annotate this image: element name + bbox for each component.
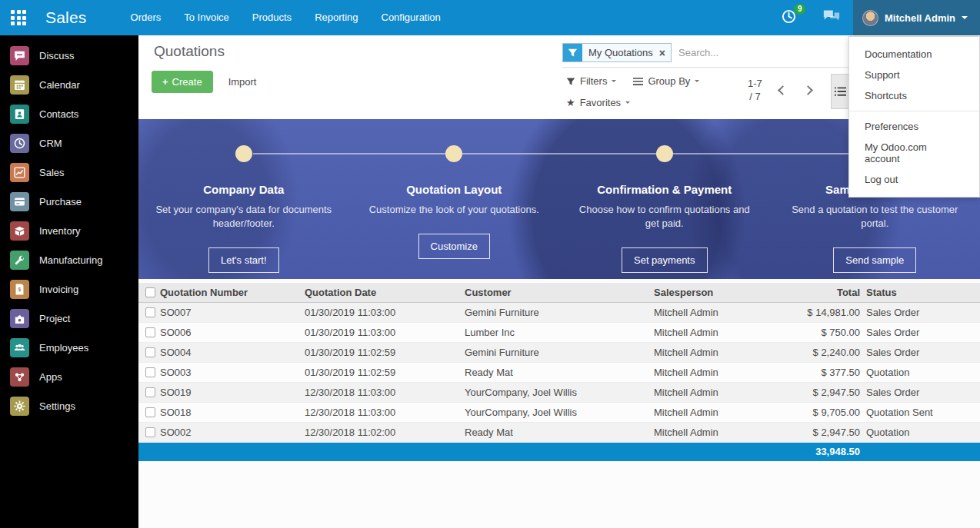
cell-salesperson: Mitchell Admin xyxy=(651,382,777,402)
favorites-button[interactable]: ★ Favorites xyxy=(566,97,630,108)
row-checkbox[interactable] xyxy=(145,307,155,317)
cell-salesperson: Mitchell Admin xyxy=(651,342,777,362)
step-action-button[interactable]: Set payments xyxy=(622,247,708,273)
row-checkbox[interactable] xyxy=(145,347,155,357)
star-icon: ★ xyxy=(566,97,575,108)
sidebar-item-label: Invoicing xyxy=(39,284,78,295)
row-checkbox[interactable] xyxy=(145,327,155,337)
row-checkbox[interactable] xyxy=(145,367,155,377)
step-dot xyxy=(656,145,673,162)
cell-customer: Ready Mat xyxy=(462,362,651,382)
filters-button[interactable]: Filters xyxy=(566,75,616,87)
sidebar-item-discuss[interactable]: Discuss xyxy=(0,41,138,70)
pager-next-button[interactable] xyxy=(803,85,813,95)
chevron-down-icon xyxy=(612,80,616,82)
messages-icon[interactable] xyxy=(822,8,841,27)
group-by-button[interactable]: Group By xyxy=(633,75,699,87)
row-checkbox[interactable] xyxy=(145,387,155,397)
top-menu-orders[interactable]: Orders xyxy=(119,0,173,35)
menu-item-preferences[interactable]: Preferences xyxy=(849,116,979,137)
calendar-icon xyxy=(10,75,29,95)
sidebar-item-manufacturing[interactable]: Manufacturing xyxy=(0,245,138,274)
menu-item-my-odoo-com-account[interactable]: My Odoo.com account xyxy=(849,137,979,169)
column-header-quotation-number[interactable]: Quotation Number xyxy=(157,283,302,302)
step-action-button[interactable]: Let's start! xyxy=(208,247,279,273)
cell-customer: YourCompany, Joel Willis xyxy=(462,382,651,402)
table-row[interactable]: SO00701/30/2019 11:03:00Gemini Furniture… xyxy=(138,302,980,322)
column-header-customer[interactable]: Customer xyxy=(462,283,651,302)
select-all-checkbox[interactable] xyxy=(145,287,155,297)
cell-total: $ 2,947.50 xyxy=(777,382,863,402)
table-row[interactable]: SO00212/30/2018 11:02:00Ready MatMitchel… xyxy=(138,422,980,442)
cell-date: 01/30/2019 11:02:59 xyxy=(302,342,462,362)
cell-number: SO006 xyxy=(157,322,302,342)
menu-item-support[interactable]: Support xyxy=(849,65,979,85)
step-action-button[interactable]: Customize xyxy=(418,234,490,259)
cell-date: 01/30/2019 11:03:00 xyxy=(302,302,462,322)
step-action-button[interactable]: Send sample xyxy=(833,247,916,273)
top-menu-products[interactable]: Products xyxy=(241,0,303,35)
purchase-icon xyxy=(10,192,29,211)
cell-customer: Gemini Furniture xyxy=(462,302,651,322)
sidebar-item-settings[interactable]: Settings xyxy=(0,391,138,420)
row-checkbox[interactable] xyxy=(145,427,155,437)
sidebar-item-contacts[interactable]: Contacts xyxy=(0,99,138,128)
sidebar-item-apps[interactable]: Apps xyxy=(0,362,138,391)
cell-number: SO002 xyxy=(157,422,302,442)
cell-number: SO018 xyxy=(157,402,302,422)
user-menu-button[interactable]: Mitchell Admin xyxy=(853,0,980,35)
pager-previous-button[interactable] xyxy=(778,85,788,95)
row-checkbox[interactable] xyxy=(145,407,155,417)
facet-remove-icon[interactable]: × xyxy=(658,44,671,61)
manufacturing-icon xyxy=(10,251,29,270)
step-description: Send a quotation to test the customer po… xyxy=(786,203,963,231)
column-header-total[interactable]: Total xyxy=(777,283,863,302)
top-menu-configuration[interactable]: Configuration xyxy=(370,0,452,35)
table-row[interactable]: SO00601/30/2019 11:03:00Lumber IncMitche… xyxy=(138,322,980,342)
sidebar-item-label: Sales xyxy=(39,167,65,178)
menu-item-documentation[interactable]: Documentation xyxy=(849,44,979,65)
sidebar-item-purchase[interactable]: Purchase xyxy=(0,187,138,216)
sidebar-item-sales[interactable]: Sales xyxy=(0,158,138,187)
top-menu-to-invoice[interactable]: To Invoice xyxy=(172,0,241,35)
import-button[interactable]: Import xyxy=(228,76,257,88)
top-menu-reporting[interactable]: Reporting xyxy=(303,0,369,35)
facet-label: My Quotations xyxy=(582,44,658,61)
cell-salesperson: Mitchell Admin xyxy=(651,322,777,342)
sidebar-item-project[interactable]: Project xyxy=(0,304,138,333)
sidebar-item-calendar[interactable]: Calendar xyxy=(0,70,138,99)
table-row[interactable]: SO01812/30/2018 11:03:00YourCompany, Joe… xyxy=(138,402,980,422)
sidebar-item-crm[interactable]: CRM xyxy=(0,128,138,158)
menu-divider xyxy=(849,111,979,111)
column-header-status[interactable]: Status xyxy=(863,283,980,302)
sidebar-item-inventory[interactable]: Inventory xyxy=(0,216,138,245)
create-button[interactable]: +Create xyxy=(152,71,213,93)
sidebar-item-label: Settings xyxy=(39,400,75,412)
menu-item-shortcuts[interactable]: Shortcuts xyxy=(849,85,979,106)
column-header-quotation-date[interactable]: Quotation Date xyxy=(302,283,462,302)
step-description: Set your company's data for documents he… xyxy=(155,203,332,231)
sidebar-item-invoicing[interactable]: $Invoicing xyxy=(0,274,138,304)
apps-grid-icon[interactable] xyxy=(11,10,26,25)
app-brand[interactable]: Sales xyxy=(45,8,87,27)
invoicing-icon: $ xyxy=(10,280,29,299)
sidebar-item-label: Contacts xyxy=(39,108,78,120)
table-row[interactable]: SO01912/30/2018 11:03:00YourCompany, Joe… xyxy=(138,382,980,402)
pager-range: 1-7 / 7 xyxy=(748,77,762,103)
search-input[interactable]: Search... xyxy=(678,43,718,62)
menu-item-log-out[interactable]: Log out xyxy=(849,169,979,190)
step-title: Quotation Layout xyxy=(349,183,560,196)
table-row[interactable]: SO00301/30/2019 11:02:59Ready MatMitchel… xyxy=(138,362,980,382)
activity-icon[interactable]: 9 xyxy=(782,9,796,27)
cell-status: Sales Order xyxy=(863,322,980,342)
table-row[interactable]: SO00401/30/2019 11:02:59Gemini Furniture… xyxy=(138,342,980,362)
sidebar-item-employees[interactable]: Employees xyxy=(0,333,138,362)
apps-sidebar: DiscussCalendarContactsCRMSalesPurchaseI… xyxy=(0,35,138,528)
cell-customer: Ready Mat xyxy=(462,422,651,442)
step-description: Customize the look of your quotations. xyxy=(365,203,542,217)
list-view-switcher[interactable] xyxy=(831,74,850,109)
column-header-salesperson[interactable]: Salesperson xyxy=(651,283,777,302)
cell-salesperson: Mitchell Admin xyxy=(651,422,777,442)
onboarding-step: Company DataSet your company's data for … xyxy=(138,145,349,273)
cell-status: Quotation xyxy=(863,362,980,382)
